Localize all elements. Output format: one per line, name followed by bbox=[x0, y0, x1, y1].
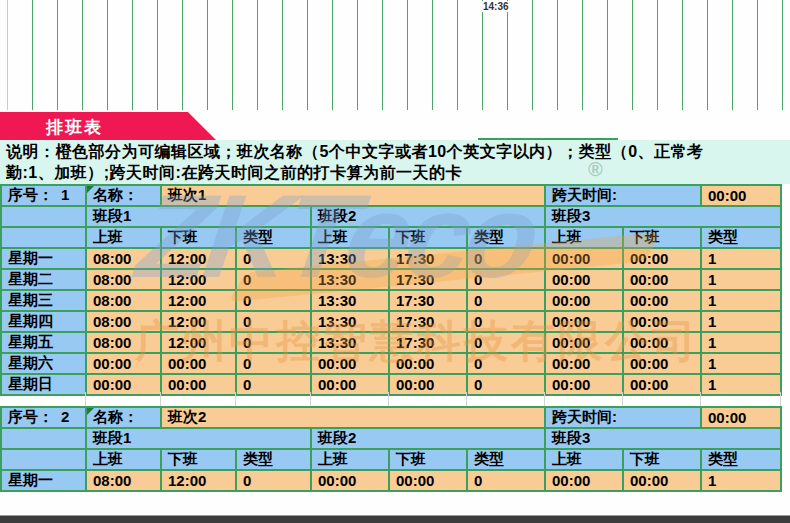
time-off-cell[interactable]: 00:00 bbox=[389, 353, 467, 374]
type-cell[interactable]: 0 bbox=[236, 470, 311, 491]
grid-left-edge bbox=[7, 0, 8, 110]
time-off-cell[interactable]: 00:00 bbox=[161, 353, 236, 374]
type-cell[interactable]: 0 bbox=[236, 353, 311, 374]
type-cell[interactable]: 0 bbox=[467, 374, 545, 395]
type-cell[interactable]: 0 bbox=[467, 269, 545, 290]
cross-day-time-cell[interactable]: 00:00 bbox=[701, 407, 781, 428]
time-off-cell[interactable]: 12:00 bbox=[161, 470, 236, 491]
type-cell[interactable]: 1 bbox=[701, 248, 781, 269]
time-on-cell[interactable]: 13:30 bbox=[311, 311, 389, 332]
time-on-cell[interactable]: 08:00 bbox=[86, 290, 161, 311]
time-on-cell[interactable]: 08:00 bbox=[86, 248, 161, 269]
time-on-cell[interactable]: 13:30 bbox=[311, 248, 389, 269]
time-off-cell[interactable]: 00:00 bbox=[623, 332, 701, 353]
col-header-off: 下班 bbox=[389, 227, 467, 248]
time-on-cell[interactable]: 08:00 bbox=[86, 269, 161, 290]
type-cell[interactable]: 1 bbox=[701, 269, 781, 290]
type-cell[interactable]: 0 bbox=[236, 269, 311, 290]
schedule-screen: 14:36 排班表 说明：橙色部分为可编辑区域；班次名称（5个中文字或者10个英… bbox=[0, 0, 790, 523]
time-off-cell[interactable]: 12:00 bbox=[161, 332, 236, 353]
time-off-cell[interactable]: 00:00 bbox=[389, 470, 467, 491]
time-off-cell[interactable]: 00:00 bbox=[623, 269, 701, 290]
gap-gridline bbox=[466, 392, 467, 406]
corner-blank-cell bbox=[1, 206, 86, 227]
type-cell[interactable]: 0 bbox=[467, 290, 545, 311]
type-cell[interactable]: 1 bbox=[701, 470, 781, 491]
time-off-cell[interactable]: 17:30 bbox=[389, 332, 467, 353]
type-cell[interactable]: 1 bbox=[701, 353, 781, 374]
day-label-cell: 星期六 bbox=[1, 353, 86, 374]
col-header-off: 下班 bbox=[389, 449, 467, 470]
time-on-cell[interactable]: 13:30 bbox=[311, 332, 389, 353]
page-title-banner: 排班表 bbox=[0, 112, 216, 140]
col-header-type: 类型 bbox=[236, 449, 311, 470]
time-off-cell[interactable]: 12:00 bbox=[161, 290, 236, 311]
type-cell[interactable]: 0 bbox=[467, 311, 545, 332]
type-cell[interactable]: 0 bbox=[467, 332, 545, 353]
shift-name-cell[interactable]: 班次1 bbox=[161, 185, 545, 206]
time-on-cell[interactable]: 13:30 bbox=[311, 290, 389, 311]
type-cell[interactable]: 0 bbox=[236, 290, 311, 311]
cross-day-time-cell[interactable]: 00:00 bbox=[701, 185, 781, 206]
time-on-cell[interactable]: 00:00 bbox=[545, 311, 623, 332]
seq-label: 序号： bbox=[8, 408, 53, 425]
type-cell[interactable]: 0 bbox=[236, 311, 311, 332]
time-on-cell[interactable]: 00:00 bbox=[545, 248, 623, 269]
time-on-cell[interactable]: 00:00 bbox=[545, 269, 623, 290]
time-on-cell[interactable]: 00:00 bbox=[311, 470, 389, 491]
time-off-cell[interactable]: 00:00 bbox=[623, 353, 701, 374]
time-off-cell[interactable]: 00:00 bbox=[623, 470, 701, 491]
shift-name-cell[interactable]: 班次2 bbox=[161, 407, 545, 428]
type-cell[interactable]: 0 bbox=[467, 248, 545, 269]
time-off-cell[interactable]: 00:00 bbox=[389, 374, 467, 395]
time-off-cell[interactable]: 12:00 bbox=[161, 311, 236, 332]
time-off-cell[interactable]: 17:30 bbox=[389, 311, 467, 332]
time-off-cell[interactable]: 00:00 bbox=[623, 248, 701, 269]
day-row: 星期日00:0000:00000:0000:00000:0000:001 bbox=[1, 374, 781, 395]
col-header-on: 上班 bbox=[545, 227, 623, 248]
time-off-cell[interactable]: 17:30 bbox=[389, 269, 467, 290]
time-on-cell[interactable]: 00:00 bbox=[545, 470, 623, 491]
type-cell[interactable]: 1 bbox=[701, 332, 781, 353]
segment-header-cell: 班段3 bbox=[545, 428, 781, 449]
time-on-cell[interactable]: 00:00 bbox=[311, 353, 389, 374]
instructions-line1: 说明：橙色部分为可编辑区域；班次名称（5个中文字或者10个英文字以内）；类型（0… bbox=[0, 141, 790, 162]
type-cell[interactable]: 1 bbox=[701, 311, 781, 332]
time-on-cell[interactable]: 08:00 bbox=[86, 332, 161, 353]
gap-gridline bbox=[160, 392, 161, 406]
col-header-off: 下班 bbox=[161, 227, 236, 248]
type-cell[interactable]: 1 bbox=[701, 374, 781, 395]
time-on-cell[interactable]: 00:00 bbox=[545, 290, 623, 311]
time-off-cell[interactable]: 12:00 bbox=[161, 248, 236, 269]
time-off-cell[interactable]: 00:00 bbox=[623, 290, 701, 311]
time-on-cell[interactable]: 00:00 bbox=[311, 374, 389, 395]
time-on-cell[interactable]: 00:00 bbox=[545, 332, 623, 353]
type-cell[interactable]: 0 bbox=[467, 353, 545, 374]
page-title: 排班表 bbox=[46, 116, 103, 139]
type-cell[interactable]: 0 bbox=[236, 374, 311, 395]
time-off-cell[interactable]: 12:00 bbox=[161, 269, 236, 290]
col-header-on: 上班 bbox=[311, 449, 389, 470]
time-on-cell[interactable]: 00:00 bbox=[86, 374, 161, 395]
type-cell[interactable]: 1 bbox=[701, 290, 781, 311]
type-cell[interactable]: 0 bbox=[467, 470, 545, 491]
time-on-cell[interactable]: 00:00 bbox=[545, 374, 623, 395]
instructions-note: 说明：橙色部分为可编辑区域；班次名称（5个中文字或者10个英文字以内）；类型（0… bbox=[0, 140, 790, 184]
seq-label: 序号： bbox=[8, 186, 53, 203]
type-cell[interactable]: 0 bbox=[236, 248, 311, 269]
day-row: 星期六00:0000:00000:0000:00000:0000:001 bbox=[1, 353, 781, 374]
time-off-cell[interactable]: 17:30 bbox=[389, 248, 467, 269]
time-on-cell[interactable]: 13:30 bbox=[311, 269, 389, 290]
time-off-cell[interactable]: 00:00 bbox=[161, 374, 236, 395]
time-off-cell[interactable]: 00:00 bbox=[623, 374, 701, 395]
time-on-cell[interactable]: 08:00 bbox=[86, 311, 161, 332]
time-on-cell[interactable]: 00:00 bbox=[545, 353, 623, 374]
time-off-cell[interactable]: 17:30 bbox=[389, 290, 467, 311]
type-cell[interactable]: 0 bbox=[236, 332, 311, 353]
time-off-cell[interactable]: 00:00 bbox=[623, 311, 701, 332]
spreadsheet-grid bbox=[8, 0, 786, 110]
instructions-line2: 勤:1、加班）;跨天时间:在跨天时间之前的打卡算为前一天的卡 bbox=[0, 162, 790, 183]
time-on-cell[interactable]: 08:00 bbox=[86, 470, 161, 491]
time-on-cell[interactable]: 00:00 bbox=[86, 353, 161, 374]
day-row: 星期五08:0012:00013:3017:30000:0000:001 bbox=[1, 332, 781, 353]
